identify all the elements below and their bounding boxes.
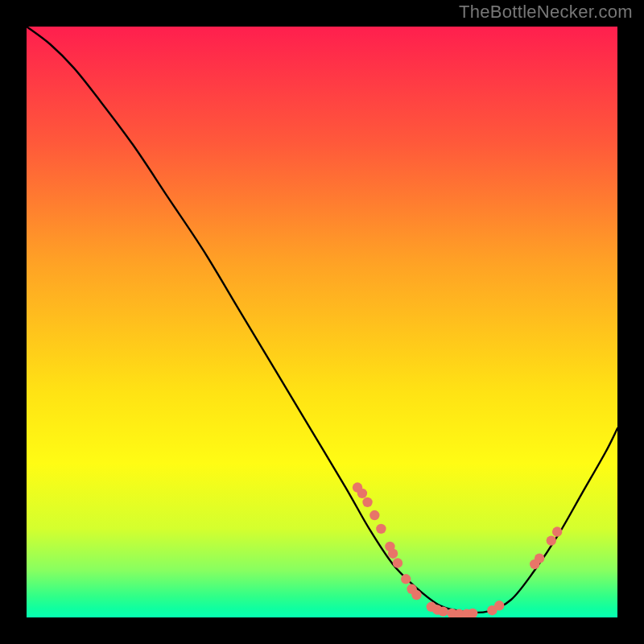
- curve-marker: [401, 574, 411, 584]
- curve-marker: [388, 549, 398, 559]
- attribution-text: TheBottleNecker.com: [459, 2, 633, 23]
- curve-marker: [547, 535, 556, 545]
- curve-marker: [369, 510, 379, 520]
- chart-frame: TheBottleNecker.com: [0, 0, 644, 644]
- curve-marker: [411, 590, 421, 600]
- curve-marker: [535, 553, 544, 563]
- plot-area: [27, 27, 617, 617]
- curve-marker: [438, 606, 448, 616]
- chart-svg: [27, 27, 617, 617]
- curve-marker: [362, 497, 372, 507]
- curve-marker: [357, 489, 367, 498]
- curve-marker: [376, 524, 386, 534]
- gradient-background: [27, 27, 617, 617]
- curve-marker: [393, 558, 402, 568]
- curve-marker: [552, 526, 562, 536]
- curve-marker: [494, 601, 504, 610]
